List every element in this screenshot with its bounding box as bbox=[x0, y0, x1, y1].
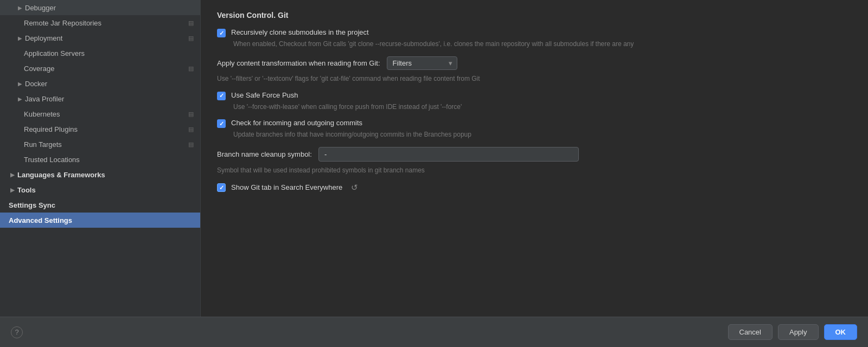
settings-content: Version Control. Git Recursively clone s… bbox=[201, 0, 868, 317]
sidebar-item-debugger[interactable]: ▶ Debugger bbox=[0, 0, 200, 15]
checkbox-label-safe-force-push: Use Safe Force Push bbox=[231, 91, 298, 99]
checkbox-incoming-outgoing[interactable] bbox=[217, 119, 226, 128]
sidebar-item-coverage[interactable]: Coverage ▤ bbox=[0, 61, 200, 76]
sidebar-item-docker[interactable]: ▶ Docker bbox=[0, 76, 200, 91]
setting-incoming-outgoing: Check for incoming and outgoing commits … bbox=[217, 119, 852, 139]
checkbox-recursive-clone[interactable] bbox=[217, 29, 226, 37]
sidebar-item-remote-jar[interactable]: Remote Jar Repositories ▤ bbox=[0, 15, 200, 30]
ok-button[interactable]: OK bbox=[824, 324, 858, 340]
dialog-footer: ? Cancel Apply OK bbox=[0, 317, 868, 347]
label-content-transform: Apply content transformation when readin… bbox=[217, 59, 380, 67]
sidebar: ▶ Debugger Remote Jar Repositories ▤ ▶ D… bbox=[0, 0, 201, 317]
sidebar-item-languages-frameworks[interactable]: ▶ Languages & Frameworks bbox=[0, 167, 200, 182]
sidebar-item-run-targets[interactable]: Run Targets ▤ bbox=[0, 137, 200, 152]
toolbar-icon: ▤ bbox=[188, 35, 194, 42]
sidebar-item-required-plugins[interactable]: Required Plugins ▤ bbox=[0, 121, 200, 137]
sidebar-item-label: Remote Jar Repositories bbox=[24, 19, 101, 27]
toolbar-icon: ▤ bbox=[188, 111, 194, 118]
toolbar-icon: ▤ bbox=[188, 65, 194, 72]
sidebar-item-label: Trusted Locations bbox=[24, 156, 80, 164]
reset-icon[interactable]: ↺ bbox=[351, 183, 358, 192]
sidebar-item-label: Settings Sync bbox=[9, 201, 55, 209]
checkbox-show-git-tab[interactable] bbox=[217, 183, 226, 192]
toolbar-icon: ▤ bbox=[188, 20, 194, 27]
sidebar-item-label: Debugger bbox=[25, 4, 56, 12]
section-title: Version Control. Git bbox=[217, 11, 852, 20]
chevron-right-icon: ▶ bbox=[16, 96, 24, 102]
footer-left: ? bbox=[11, 326, 23, 338]
chevron-right-icon: ▶ bbox=[9, 187, 16, 193]
sidebar-item-kubernetes[interactable]: Kubernetes ▤ bbox=[0, 106, 200, 121]
sidebar-item-application-servers[interactable]: Application Servers bbox=[0, 46, 200, 61]
desc-recursive-clone: When enabled, Checkout from Git calls 'g… bbox=[233, 40, 852, 49]
setting-branch-cleanup: Branch name cleanup symbol: Symbol that … bbox=[217, 147, 852, 175]
apply-button[interactable]: Apply bbox=[778, 324, 819, 340]
sidebar-item-label: Coverage bbox=[24, 65, 54, 73]
chevron-right-icon: ▶ bbox=[9, 172, 16, 178]
desc-safe-force-push: Use '--force-with-lease' when calling fo… bbox=[233, 102, 852, 112]
label-branch-cleanup: Branch name cleanup symbol: bbox=[217, 150, 312, 158]
toolbar-icon: ▤ bbox=[188, 141, 194, 148]
sidebar-item-label: Kubernetes bbox=[24, 110, 60, 118]
checkbox-label-show-git-tab: Show Git tab in Search Everywhere bbox=[231, 183, 342, 191]
desc-incoming-outgoing: Update branches info that have incoming/… bbox=[233, 130, 852, 139]
toolbar-icon: ▤ bbox=[188, 126, 194, 133]
setting-content-transform: Apply content transformation when readin… bbox=[217, 56, 852, 83]
main-container: ▶ Debugger Remote Jar Repositories ▤ ▶ D… bbox=[0, 0, 868, 317]
help-label: ? bbox=[15, 328, 18, 336]
sidebar-item-java-profiler[interactable]: ▶ Java Profiler bbox=[0, 91, 200, 106]
sidebar-item-label: Deployment bbox=[25, 34, 62, 42]
chevron-right-icon: ▶ bbox=[16, 5, 24, 11]
sidebar-item-label: Advanced Settings bbox=[9, 216, 72, 224]
cancel-button[interactable]: Cancel bbox=[728, 324, 773, 340]
setting-show-git-tab: Show Git tab in Search Everywhere ↺ bbox=[217, 183, 852, 192]
sidebar-item-label: Languages & Frameworks bbox=[17, 171, 105, 179]
setting-recursive-clone: Recursively clone submodules in the proj… bbox=[217, 28, 852, 49]
chevron-right-icon: ▶ bbox=[16, 35, 24, 41]
checkbox-safe-force-push[interactable] bbox=[217, 92, 226, 100]
sidebar-item-advanced-settings[interactable]: Advanced Settings bbox=[0, 213, 200, 228]
sidebar-item-label: Tools bbox=[17, 186, 36, 194]
desc-content-transform: Use '--filters' or '--textconv' flags fo… bbox=[217, 74, 852, 83]
help-button[interactable]: ? bbox=[11, 326, 23, 338]
input-branch-cleanup[interactable] bbox=[318, 147, 579, 162]
sidebar-item-trusted-locations[interactable]: Trusted Locations bbox=[0, 152, 200, 167]
sidebar-item-label: Required Plugins bbox=[24, 125, 78, 133]
chevron-right-icon: ▶ bbox=[16, 81, 24, 87]
desc-branch-cleanup: Symbol that will be used instead prohibi… bbox=[217, 166, 852, 175]
sidebar-item-deployment[interactable]: ▶ Deployment ▤ bbox=[0, 30, 200, 46]
sidebar-item-label: Run Targets bbox=[24, 140, 62, 149]
sidebar-item-label: Application Servers bbox=[24, 49, 85, 57]
sidebar-item-label: Java Profiler bbox=[25, 95, 64, 103]
sidebar-item-tools[interactable]: ▶ Tools bbox=[0, 182, 200, 197]
sidebar-item-label: Docker bbox=[25, 80, 47, 88]
checkbox-label-recursive-clone: Recursively clone submodules in the proj… bbox=[231, 28, 369, 36]
checkbox-label-incoming-outgoing: Check for incoming and outgoing commits bbox=[231, 119, 362, 127]
dropdown-content-transform[interactable]: Filters bbox=[387, 56, 457, 70]
setting-safe-force-push: Use Safe Force Push Use '--force-with-le… bbox=[217, 91, 852, 112]
sidebar-item-settings-sync[interactable]: Settings Sync bbox=[0, 197, 200, 213]
dropdown-value: Filters bbox=[393, 59, 412, 67]
